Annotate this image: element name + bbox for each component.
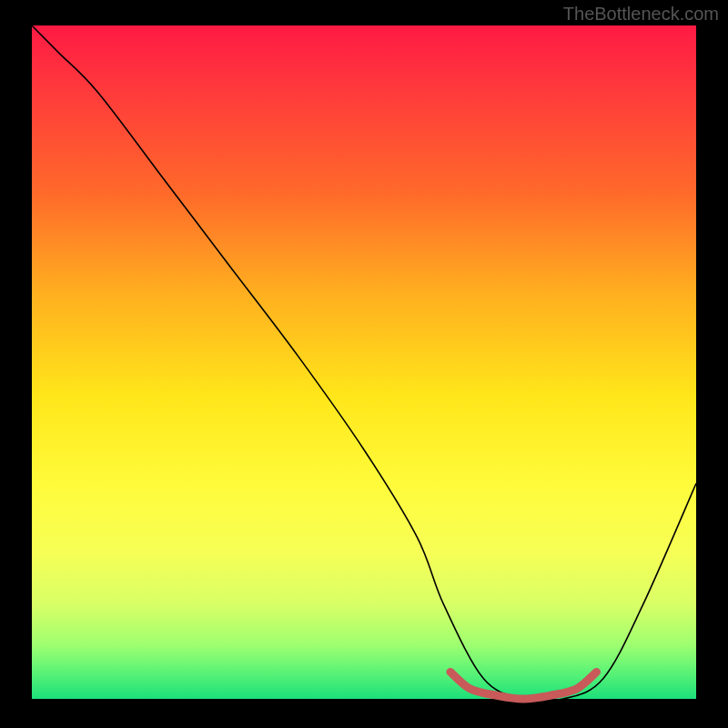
chart-frame [0,0,728,728]
optimal-range-highlight [450,672,597,699]
bottleneck-curve [32,25,696,702]
plot-area [32,25,696,699]
chart-svg [32,25,696,699]
watermark-text: TheBottleneck.com [563,4,719,25]
